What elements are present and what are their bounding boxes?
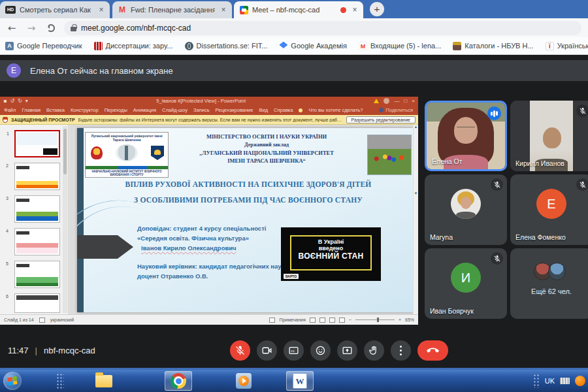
bookmark-dissertations-ru[interactable]: Диссертации: зару... — [94, 42, 173, 50]
zoom-out-button[interactable]: − — [349, 318, 351, 322]
enable-editing-button[interactable]: Разрешить редактирование — [346, 116, 416, 123]
tab-close-icon[interactable]: × — [97, 5, 106, 14]
participant-tile-elena-ot[interactable]: Елена От — [425, 101, 507, 171]
tell-me-bulb-icon — [299, 108, 302, 112]
mic-off-button[interactable] — [230, 340, 250, 361]
address-bar[interactable]: meet.google.com/nbf-mcqc-cad — [64, 21, 581, 35]
slide-thumbnail-5[interactable]: 5 — [14, 261, 60, 288]
folder-icon — [95, 375, 112, 387]
media-player-taskbar-button[interactable] — [230, 371, 257, 391]
warning-icon — [374, 99, 379, 103]
spellcheck-icon[interactable] — [39, 318, 45, 323]
slide-thumbnail-4[interactable]: 4 — [14, 228, 60, 255]
bookmark-google-translate[interactable]: АGoogle Переводчик — [5, 42, 82, 50]
minimize-button[interactable]: — — [394, 98, 399, 104]
raise-hand-button[interactable] — [364, 340, 384, 361]
language-switcher[interactable]: UK — [545, 377, 555, 385]
word-taskbar-button[interactable]: W — [286, 371, 314, 391]
menu-record[interactable]: Запись — [193, 107, 210, 113]
speaker-block: Доповідач: студент 4 курсу спеціальності… — [137, 223, 266, 253]
bookmark-dissertations-se[interactable]: Dissertations.se: FIT... — [185, 42, 268, 50]
captions-button[interactable]: cc — [284, 340, 304, 361]
end-call-button[interactable] — [417, 340, 448, 361]
bookmark-gmail-inbox[interactable]: MВходящие (5) - lena... — [359, 42, 441, 50]
tab-close-icon[interactable]: × — [219, 5, 228, 14]
zoom-percent[interactable]: 65% — [405, 318, 414, 322]
language-indicator[interactable]: украинский — [50, 318, 74, 322]
restore-button[interactable]: □ — [404, 98, 407, 104]
group-photo — [367, 135, 412, 175]
ppt-window-title: 5_Іванов К[Protected View] - PowerPoint — [28, 98, 374, 104]
ppt-user-avatar[interactable] — [384, 98, 389, 104]
reload-button[interactable] — [43, 20, 59, 36]
thumbnail-scrollbar[interactable] — [63, 126, 67, 313]
tab-serial[interactable]: HD Смотреть сериал Как избежать × — [0, 1, 110, 18]
redo-icon[interactable]: ↻ — [18, 98, 22, 104]
quick-access-toolbar[interactable]: ▪↺↻▾ — [3, 98, 28, 104]
reading-view-icon[interactable] — [329, 318, 335, 323]
undo-icon[interactable]: ↺ — [10, 98, 14, 104]
chrome-taskbar-button[interactable] — [165, 371, 192, 391]
slide-thumbnail-3[interactable]: 3 — [14, 195, 60, 223]
tab-strip: HD Смотреть сериал Как избежать × M Fwd:… — [0, 0, 588, 18]
menu-home[interactable]: Главная — [22, 107, 41, 113]
normal-view-icon[interactable] — [310, 318, 316, 323]
forward-button[interactable]: → — [24, 20, 39, 36]
present-screen-button[interactable] — [337, 340, 357, 361]
menu-view[interactable]: Вид — [259, 107, 268, 113]
tell-me-box[interactable]: Что вы хотите сделать? — [308, 107, 363, 113]
slide-thumbnail-6[interactable]: 6 — [14, 293, 60, 313]
zoom-in-button[interactable]: + — [399, 318, 401, 322]
bookmark-catalogs[interactable]: Каталоги - НБУВ Н... — [453, 42, 533, 50]
camera-button[interactable] — [257, 340, 277, 361]
close-button[interactable]: × — [412, 98, 415, 104]
new-tab-button[interactable]: + — [370, 2, 384, 16]
presenter-avatar: Е — [7, 63, 21, 78]
meet-favicon-icon — [240, 6, 248, 14]
start-button[interactable] — [3, 372, 22, 390]
back-button[interactable]: ← — [4, 20, 20, 36]
slideshow-view-icon[interactable] — [339, 318, 345, 323]
participant-tile-elena-fomenko[interactable]: Е Елена Фоменко — [510, 174, 588, 245]
translate-icon: А — [5, 42, 14, 50]
bookmark-transliteration[interactable]: ЇУкраїнська транслі... — [546, 42, 588, 50]
keyboard-icon[interactable] — [560, 378, 570, 384]
participant-tile-ivan-boyarchuk[interactable]: И Иван Боярчук — [425, 248, 507, 319]
sorter-view-icon[interactable] — [319, 318, 325, 323]
menu-animations[interactable]: Анимация — [133, 107, 156, 113]
menu-insert[interactable]: Вставка — [46, 107, 65, 113]
menu-slideshow[interactable]: Слайд-шоу — [162, 107, 188, 113]
speaker-name: Іванов Кирило Олександрович — [137, 243, 266, 253]
share-button[interactable]: Поделиться — [379, 107, 413, 113]
antivirus-tray-icon[interactable] — [575, 376, 585, 386]
more-options-button[interactable] — [391, 340, 411, 361]
tab-meet-active[interactable]: Meet – nbf-mcqc-cad × — [234, 1, 363, 18]
slide-thumbnail-1[interactable]: 1 — [14, 130, 60, 157]
ppt-ribbon-tabs: Файл Главная Вставка Конструктор Переход… — [0, 105, 418, 115]
graduation-cap-icon — [279, 42, 287, 50]
tab-close-icon[interactable]: × — [350, 5, 359, 14]
zoom-slider[interactable] — [355, 319, 395, 320]
explorer-taskbar-button[interactable] — [90, 371, 118, 391]
menu-help[interactable]: Справка — [274, 107, 293, 113]
letter-avatar: Е — [536, 189, 566, 219]
emblem-shield-icon — [151, 146, 164, 160]
slide-scrollbar[interactable]: ▲▼ — [413, 125, 418, 314]
participant-tile-maryna[interactable]: Maryna — [425, 174, 507, 245]
notes-toggle[interactable]: Примечания — [279, 318, 305, 322]
slide-canvas[interactable]: Луганський національний університет імен… — [77, 128, 413, 312]
menu-transitions[interactable]: Переходы — [105, 107, 127, 113]
notes-icon[interactable] — [269, 318, 275, 323]
menu-file[interactable]: Файл — [4, 107, 16, 113]
word-icon: W — [293, 373, 307, 389]
ministry-header: МІНІСТЕРСТВО ОСВІТИ І НАУКИ УКРАЇНИ Держ… — [175, 133, 358, 164]
tab-gmail[interactable]: M Fwd: Пленарне засідання Всеук × — [112, 1, 232, 18]
menu-review[interactable]: Рецензирование — [216, 107, 253, 113]
reactions-button[interactable] — [310, 340, 331, 361]
save-icon[interactable]: ▪ — [3, 98, 7, 104]
menu-design[interactable]: Конструктор — [71, 107, 99, 113]
bookmark-google-scholar[interactable]: Google Академія — [279, 42, 347, 50]
more-participants-tile[interactable]: Ещё 62 чел. — [510, 248, 588, 319]
slide-thumbnail-2[interactable]: 2 — [14, 163, 60, 190]
participant-tile-kirill-ivanov[interactable]: Кирилл Иванов — [510, 101, 588, 171]
